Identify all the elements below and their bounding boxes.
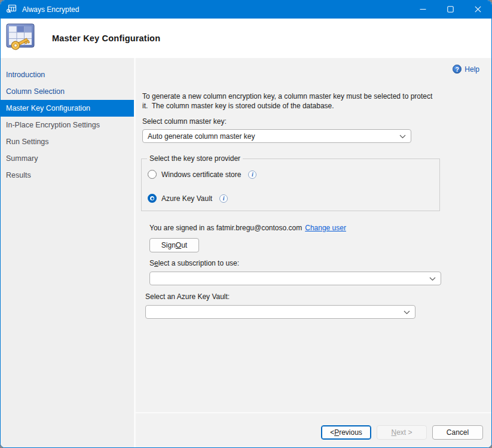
azure-key-vault-select-label: Select an Azure Key Vault: xyxy=(145,292,230,301)
subscription-label-accel: e xyxy=(154,259,158,267)
close-icon xyxy=(475,4,481,15)
previous-button[interactable]: < Previous xyxy=(321,425,371,440)
maximize-button[interactable] xyxy=(436,1,464,19)
radio-unselected-icon[interactable] xyxy=(148,170,157,179)
subscription-dropdown[interactable] xyxy=(149,272,441,285)
help-link[interactable]: ? Help xyxy=(453,65,479,74)
help-icon: ? xyxy=(453,65,462,74)
always-encrypted-app-icon xyxy=(7,4,17,16)
maximize-icon xyxy=(447,4,454,15)
step-run-settings: Run Settings xyxy=(1,133,134,150)
azure-key-vault-radio[interactable]: Azure Key Vault i xyxy=(148,194,228,203)
window-title: Always Encrypted xyxy=(22,5,79,14)
chevron-down-icon xyxy=(429,275,436,283)
azure-key-vault-dropdown[interactable] xyxy=(145,305,415,319)
windows-certificate-store-radio[interactable]: Windows certificate store i xyxy=(148,170,256,179)
step-results: Results xyxy=(1,167,134,184)
previous-label-post: revious xyxy=(339,428,362,437)
always-encrypted-wizard-window: Always Encrypted xyxy=(0,0,492,448)
windows-certificate-store-label: Windows certificate store xyxy=(161,170,241,179)
column-master-key-dropdown[interactable]: Auto generate column master key xyxy=(142,129,411,143)
column-master-key-value: Auto generate column master key xyxy=(148,132,255,141)
subscription-label-post: lect a subscription to use: xyxy=(158,259,239,267)
step-summary: Summary xyxy=(1,150,134,167)
window-controls xyxy=(409,1,491,19)
signed-in-status: You are signed in as fatmir.bregu@contos… xyxy=(149,224,346,232)
previous-label-accel: P xyxy=(334,428,339,437)
sign-out-label-post: ut xyxy=(181,241,187,249)
sign-out-button[interactable]: Sign Out xyxy=(149,238,199,252)
chevron-down-icon xyxy=(404,308,410,316)
help-label: Help xyxy=(465,65,479,74)
key-store-provider-group-title: Select the key store provider xyxy=(147,154,243,163)
info-icon[interactable]: i xyxy=(248,170,256,179)
wizard-steps-sidebar: Introduction Column Selection Master Key… xyxy=(1,58,136,447)
subscription-label: Select a subscription to use: xyxy=(149,259,239,267)
signed-in-text: You are signed in as fatmir.bregu@contos… xyxy=(149,224,302,232)
info-icon[interactable]: i xyxy=(219,194,228,203)
subscription-label-pre: S xyxy=(149,259,154,267)
minimize-icon xyxy=(420,4,426,15)
radio-selected-icon[interactable] xyxy=(148,194,157,203)
close-button[interactable] xyxy=(464,1,491,19)
change-user-link[interactable]: Change user xyxy=(305,224,346,232)
step-master-key-configuration[interactable]: Master Key Configuration xyxy=(1,100,134,117)
wizard-header: Master Key Configuration xyxy=(1,19,491,58)
wizard-body: Introduction Column Selection Master Key… xyxy=(1,58,491,447)
column-master-key-label: Select column master key: xyxy=(142,117,227,126)
titlebar: Always Encrypted xyxy=(1,1,491,19)
page-title: Master Key Configuration xyxy=(52,33,160,43)
cancel-button[interactable]: Cancel xyxy=(432,425,483,440)
chevron-down-icon xyxy=(399,132,406,141)
next-label-post: ext > xyxy=(396,428,412,437)
wizard-footer: < Previous Next > Cancel xyxy=(136,412,491,447)
table-key-icon xyxy=(6,23,36,54)
key-store-provider-group: Select the key store provider Windows ce… xyxy=(141,159,440,211)
step-introduction[interactable]: Introduction xyxy=(1,66,134,83)
sign-out-label-pre: Sign xyxy=(161,241,176,249)
sign-out-label-accel: O xyxy=(176,241,181,249)
step-column-selection[interactable]: Column Selection xyxy=(1,83,134,100)
azure-key-vault-label: Azure Key Vault xyxy=(161,194,212,203)
step-in-place-encryption-settings: In-Place Encryption Settings xyxy=(1,117,134,133)
minimize-button[interactable] xyxy=(409,1,436,19)
next-label-accel: N xyxy=(391,428,396,437)
previous-label-pre: < xyxy=(330,428,334,437)
intro-text: To generate a new column encryption key,… xyxy=(142,92,489,111)
step-content-panel: ? Help To generate a new column encrypti… xyxy=(136,58,491,447)
next-button: Next > xyxy=(377,425,427,440)
